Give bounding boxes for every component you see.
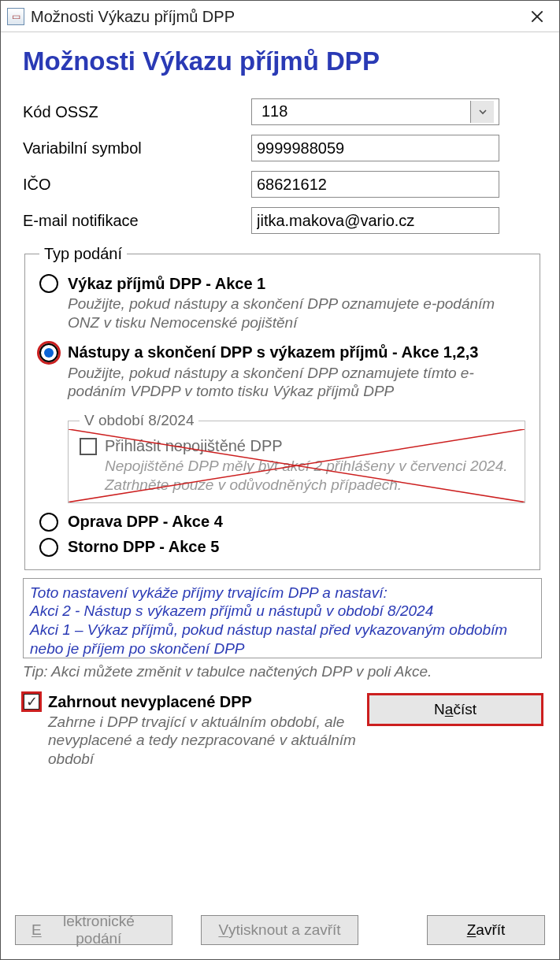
radio-akce5-label: Storno DPP - Akce 5	[68, 538, 219, 556]
info-line1: Toto nastavení vykáže příjmy trvajícím D…	[30, 584, 535, 602]
radio-akce1-help: Použijte, pokud nástupy a skončení DPP o…	[68, 295, 525, 332]
info-line2: Akci 2 - Nástup s výkazem příjmů u nástu…	[30, 602, 535, 621]
window-frame: ▭ Možnosti Výkazu příjmů DPP Možnosti Vý…	[0, 0, 560, 960]
footer-buttons: Elektronické podání Vytisknout a zavřít …	[1, 906, 559, 959]
radio-akce123-help: Použijte, pokud nástupy a skončení DPP o…	[68, 364, 525, 402]
load-button[interactable]: Načíst	[369, 695, 542, 725]
radio-item-akce1: Výkaz příjmů DPP - Akce 1 Použijte, poku…	[39, 274, 525, 332]
radio-akce123[interactable]	[39, 343, 58, 362]
label-varsym: Variabilní symbol	[23, 139, 251, 158]
radio-item-akce123: Nástupy a skončení DPP s výkazem příjmů …	[39, 343, 525, 503]
legend-typ: Typ podání	[39, 245, 127, 263]
close-button[interactable]: Zavřít	[427, 915, 545, 945]
combo-ossz[interactable]: 118	[251, 98, 499, 125]
page-title: Možnosti Výkazu příjmů DPP	[23, 46, 542, 76]
epodani-button[interactable]: Elektronické podání	[15, 915, 172, 945]
checkbox-prihlasit-help: Nepojištěné DPP měly být akcí 2 přihláše…	[105, 457, 514, 495]
input-email[interactable]	[251, 207, 499, 234]
checkbox-zahrnout-nevyplacene[interactable]	[23, 693, 40, 710]
radio-item-akce5: Storno DPP - Akce 5	[39, 538, 525, 557]
row-include: Zahrnout nevyplacené DPP Zahrne i DPP tr…	[23, 693, 542, 769]
app-icon: ▭	[7, 8, 24, 25]
row-email: E-mail notifikace	[23, 207, 542, 234]
close-icon[interactable]	[518, 1, 556, 32]
checkbox-prihlasit-label: Přihlásit nepojištěné DPP	[105, 437, 283, 455]
combo-ossz-value: 118	[257, 101, 470, 123]
label-email: E-mail notifikace	[23, 212, 251, 230]
titlebar: ▭ Možnosti Výkazu příjmů DPP	[1, 1, 559, 32]
radio-akce4-label: Oprava DPP - Akce 4	[68, 513, 223, 531]
row-ossz: Kód OSSZ 118	[23, 98, 542, 125]
row-varsym: Variabilní symbol	[23, 135, 542, 161]
radio-akce5[interactable]	[39, 538, 58, 557]
radio-akce123-label: Nástupy a skončení DPP s výkazem příjmů …	[68, 343, 478, 361]
label-ico: IČO	[23, 176, 251, 194]
checkbox-zahrnout-label: Zahrnout nevyplacené DPP	[48, 693, 252, 711]
window-title: Možnosti Výkazu příjmů DPP	[31, 9, 518, 24]
row-ico: IČO	[23, 171, 542, 198]
radio-akce1[interactable]	[39, 274, 58, 293]
chevron-down-icon[interactable]	[470, 101, 494, 123]
radio-akce4[interactable]	[39, 513, 58, 532]
input-varsym[interactable]	[251, 135, 499, 161]
tip-text: Tip: Akci můžete změnit v tabulce načten…	[23, 663, 542, 680]
print-close-button[interactable]: Vytisknout a zavřít	[201, 915, 358, 945]
checkbox-zahrnout-help: Zahrne i DPP trvající v aktuálním období…	[48, 713, 369, 769]
label-ossz: Kód OSSZ	[23, 103, 251, 121]
legend-period: V období 8/2024	[80, 412, 198, 429]
content-area: Možnosti Výkazu příjmů DPP Kód OSSZ 118 …	[1, 32, 559, 906]
radio-item-akce4: Oprava DPP - Akce 4	[39, 513, 525, 532]
radio-akce1-label: Výkaz příjmů DPP - Akce 1	[68, 275, 265, 293]
checkbox-prihlasit-nepojistene[interactable]	[80, 438, 97, 455]
info-line3: Akci 1 – Výkaz příjmů, pokud nástup nast…	[30, 621, 535, 658]
group-typ-podani: Typ podání Výkaz příjmů DPP - Akce 1 Pou…	[24, 245, 540, 570]
input-ico[interactable]	[251, 171, 499, 198]
info-box: Toto nastavení vykáže příjmy trvajícím D…	[23, 578, 542, 658]
group-period: V období 8/2024 Přihlásit nepojištěné DP…	[68, 412, 525, 503]
